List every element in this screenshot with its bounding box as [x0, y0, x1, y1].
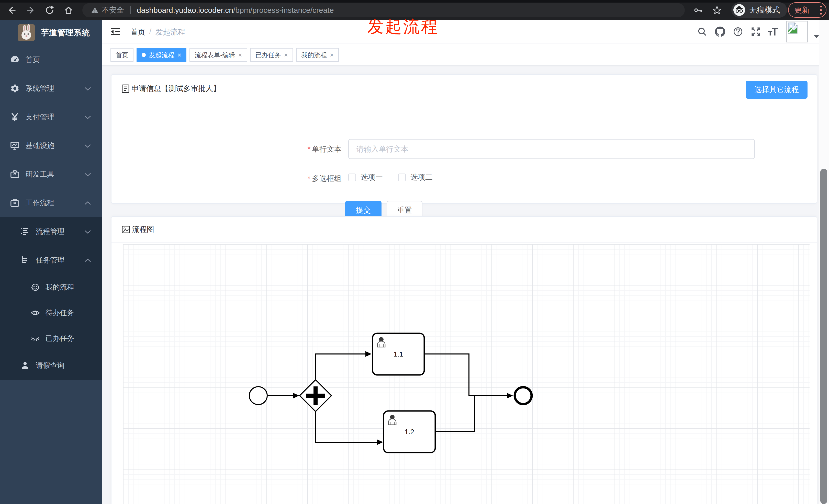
checkbox-label: 选项二	[410, 172, 433, 183]
tab-home[interactable]: 首页	[110, 48, 134, 62]
page-scrollbar-track[interactable]	[819, 20, 829, 504]
sidebar-item-payment[interactable]: 支付管理	[0, 103, 102, 131]
key-icon	[693, 5, 703, 15]
checkbox-label: 选项一	[361, 172, 383, 183]
single-line-text-input[interactable]	[348, 139, 755, 159]
app-title: 芋道管理系统	[41, 27, 90, 38]
browser-chrome: 不安全 dashboard.yudao.iocoder.cn/bpm/proce…	[0, 0, 829, 20]
sidebar-item-home[interactable]: 首页	[0, 45, 102, 74]
bpmn-arrowhead	[293, 393, 299, 398]
bpmn-task-label: 1.2	[404, 428, 414, 436]
bpmn-flow-task2-end	[435, 396, 475, 432]
sidebar-collapse-button[interactable]	[110, 26, 121, 37]
checkbox-option-2[interactable]: 选项二	[398, 172, 433, 183]
sidebar-item-label: 系统管理	[26, 84, 54, 93]
password-key-button[interactable]	[692, 4, 704, 16]
process-diagram-card: 流程图 1.1	[111, 216, 817, 504]
sidebar-item-label: 基础设施	[26, 141, 54, 151]
breadcrumb-home[interactable]: 首页	[131, 27, 145, 37]
header-font-size-button[interactable]	[767, 26, 779, 38]
sidebar-logo[interactable]: 芋道管理系统	[0, 20, 102, 45]
browser-reload-button[interactable]	[43, 4, 56, 16]
chevron-down-icon	[84, 113, 91, 121]
chevron-down-icon	[84, 228, 91, 236]
annotation-title: 发起流程	[367, 18, 439, 35]
dashboard-icon	[10, 55, 20, 65]
tab-label: 发起流程	[149, 51, 174, 59]
sidebar-item-done-tasks[interactable]: 已办任务	[0, 325, 102, 351]
close-icon[interactable]: ×	[330, 52, 334, 58]
url-bar[interactable]: 不安全 dashboard.yudao.iocoder.cn/bpm/proce…	[82, 3, 685, 17]
checkbox-group: 选项一 选项二	[348, 172, 433, 183]
tab-label: 我的流程	[301, 51, 327, 59]
bpmn-canvas[interactable]: 1.1 1.2	[123, 244, 809, 504]
close-icon[interactable]: ×	[177, 52, 181, 58]
bpmn-flow-gateway-task2	[316, 412, 377, 442]
sidebar-item-my-process[interactable]: 我的流程	[0, 274, 102, 300]
header-search-button[interactable]	[696, 26, 708, 38]
sidebar-item-task-management[interactable]: 任务管理	[0, 246, 102, 274]
header-fullscreen-button[interactable]	[750, 26, 762, 38]
bpmn-arrowhead	[377, 439, 383, 445]
bookmark-star-button[interactable]	[711, 4, 723, 16]
checkbox-icon	[398, 173, 406, 181]
checkbox-icon	[348, 173, 356, 181]
sidebar-item-label: 请假查询	[36, 361, 65, 370]
browser-update-menu-button[interactable]: 更新	[788, 2, 826, 17]
question-circle-icon	[733, 27, 743, 37]
breadcrumb: 首页 / 发起流程	[131, 27, 185, 37]
browser-home-button[interactable]	[62, 4, 75, 16]
close-icon[interactable]: ×	[238, 52, 242, 58]
application-info-card: 申请信息【测试多审批人】 选择其它流程 *单行文本 *多选框组 选项一 选项二 …	[111, 74, 817, 204]
tab-done-tasks[interactable]: 已办任务 ×	[250, 48, 293, 62]
bpmn-end-event	[515, 387, 532, 404]
card-header: 流程图	[111, 217, 817, 242]
sidebar-item-label: 研发工具	[26, 169, 54, 179]
card-title: 申请信息【测试多审批人】	[132, 84, 220, 94]
tab-label: 首页	[116, 51, 129, 59]
sidebar-item-process-management[interactable]: 流程管理	[0, 217, 102, 246]
tab-initiate-process[interactable]: 发起流程 ×	[137, 48, 186, 62]
close-icon[interactable]: ×	[284, 52, 288, 58]
browser-back-button[interactable]	[6, 4, 18, 16]
required-asterisk: *	[308, 174, 311, 183]
sidebar-item-system[interactable]: 系统管理	[0, 74, 102, 103]
app-logo-image	[18, 24, 35, 41]
smiley-face-icon	[30, 282, 40, 293]
sidebar: 芋道管理系统 首页 系统管理 支付管理 基础设施 研发工具	[0, 20, 102, 504]
sidebar-item-leave-query[interactable]: 请假查询	[0, 351, 102, 380]
page-scrollbar-thumb[interactable]	[820, 169, 827, 504]
sidebar-item-workflow[interactable]: 工作流程	[0, 189, 102, 217]
image-icon	[122, 226, 130, 233]
person-icon	[20, 360, 30, 371]
sidebar-item-label: 工作流程	[26, 198, 54, 208]
font-size-icon	[767, 26, 779, 37]
sidebar-item-dev-tools[interactable]: 研发工具	[0, 160, 102, 189]
app-header: 首页 / 发起流程	[102, 20, 829, 43]
avatar-dropdown-caret[interactable]	[814, 35, 819, 38]
sidebar-item-label: 我的流程	[45, 282, 74, 292]
tab-process-form-edit[interactable]: 流程表单-编辑 ×	[189, 48, 247, 62]
yen-icon	[10, 112, 20, 122]
header-github-button[interactable]	[714, 26, 726, 38]
sidebar-item-label: 已办任务	[45, 334, 74, 343]
not-secure-warning-icon	[91, 6, 99, 14]
tab-label: 流程表单-编辑	[194, 51, 235, 59]
document-icon	[122, 84, 130, 93]
sidebar-item-infrastructure[interactable]: 基础设施	[0, 131, 102, 160]
sidebar-item-todo-tasks[interactable]: 待办任务	[0, 300, 102, 325]
monitor-icon	[10, 141, 20, 151]
avatar[interactable]	[786, 21, 808, 42]
checkbox-option-1[interactable]: 选项一	[348, 172, 383, 183]
back-arrow-icon	[7, 5, 17, 15]
header-help-button[interactable]	[732, 26, 744, 38]
required-asterisk: *	[308, 145, 311, 153]
tab-my-process[interactable]: 我的流程 ×	[296, 48, 339, 62]
bpmn-flow-task1-end	[424, 354, 507, 396]
sidebar-item-label: 首页	[26, 55, 40, 65]
chevron-down-icon	[84, 84, 91, 92]
search-icon	[697, 27, 707, 37]
fullscreen-icon	[751, 27, 761, 37]
choose-other-process-button[interactable]: 选择其它流程	[746, 81, 807, 99]
browser-forward-button[interactable]	[25, 4, 37, 16]
